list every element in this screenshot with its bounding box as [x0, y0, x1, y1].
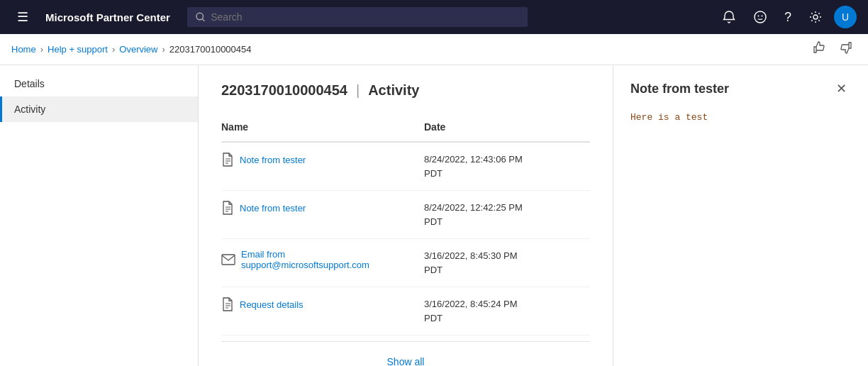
feedback-button[interactable] [747, 6, 773, 28]
side-panel-header: Note from tester ✕ [630, 79, 851, 98]
ticket-id: 2203170010000454 [221, 82, 347, 99]
activity-date: 3/16/2022, 8:45:30 PMPDT [424, 239, 590, 287]
search-box [187, 7, 528, 27]
settings-button[interactable] [803, 6, 828, 28]
breadcrumb-current: 2203170010000454 [169, 44, 252, 55]
thumbsdown-button[interactable] [835, 40, 857, 59]
file-icon [221, 152, 234, 167]
file-icon [221, 297, 234, 311]
svg-point-4 [761, 16, 762, 17]
top-navigation: ☰ Microsoft Partner Center ? [0, 0, 868, 34]
svg-point-0 [196, 13, 204, 20]
content-area: 2203170010000454 | Activity Name Date [199, 65, 868, 366]
show-all-link[interactable]: Show all [387, 356, 425, 366]
side-panel-content: Here is a test [630, 112, 851, 123]
breadcrumb-sep-3: › [162, 44, 165, 55]
show-all-container: Show all [221, 341, 590, 366]
page-title: 2203170010000454 | Activity [221, 82, 590, 99]
breadcrumb-home[interactable]: Home [11, 44, 36, 55]
svg-rect-12 [222, 255, 235, 265]
sidebar-item-label-details: Details [14, 78, 45, 89]
smiley-icon [753, 10, 767, 24]
sidebar-item-details[interactable]: Details [0, 71, 198, 96]
breadcrumb-actions [808, 40, 857, 59]
breadcrumb-overview[interactable]: Overview [119, 44, 157, 55]
bell-icon [722, 10, 736, 24]
breadcrumb-help[interactable]: Help + support [48, 44, 108, 55]
activity-table: Name Date Note from tester8/24/2022, 12:… [221, 116, 590, 336]
activity-date: 3/16/2022, 8:45:24 PMPDT [424, 287, 590, 336]
main-content: 2203170010000454 | Activity Name Date [199, 65, 613, 366]
thumbsup-icon [813, 41, 825, 54]
side-panel: Note from tester ✕ Here is a test [613, 65, 868, 366]
sidebar-item-label-activity: Activity [14, 104, 45, 115]
hamburger-menu-button[interactable]: ☰ [11, 5, 34, 29]
close-panel-button[interactable]: ✕ [832, 79, 851, 98]
side-panel-title: Note from tester [630, 82, 729, 96]
help-button[interactable]: ? [779, 6, 797, 29]
table-row: Request details3/16/2022, 8:45:24 PMPDT [221, 287, 590, 336]
close-icon: ✕ [836, 82, 847, 96]
activity-date: 8/24/2022, 12:42:25 PMPDT [424, 191, 590, 239]
question-icon: ? [784, 10, 791, 25]
file-icon [221, 201, 234, 215]
breadcrumb: Home › Help + support › Overview › 22031… [0, 34, 868, 65]
activity-link[interactable]: Note from tester [221, 152, 416, 167]
email-icon [221, 254, 235, 265]
breadcrumb-sep-1: › [40, 44, 43, 55]
nav-icons: ? U [716, 6, 857, 29]
avatar-button[interactable]: U [834, 6, 857, 28]
hamburger-icon: ☰ [17, 9, 28, 25]
brand-title: Microsoft Partner Center [45, 11, 170, 23]
table-row: Note from tester8/24/2022, 12:43:06 PMPD… [221, 142, 590, 191]
activity-link[interactable]: Note from tester [221, 201, 416, 215]
avatar-initials: U [842, 11, 849, 23]
thumbsdown-icon [840, 41, 852, 54]
sidebar: Details Activity [0, 65, 199, 366]
gear-icon [808, 10, 823, 24]
main-layout: Details Activity 2203170010000454 | Acti… [0, 65, 868, 366]
col-header-name: Name [221, 116, 424, 142]
svg-point-5 [813, 15, 818, 19]
breadcrumb-sep-2: › [112, 44, 115, 55]
activity-link[interactable]: Email from support@microsoftsupport.com [221, 249, 416, 270]
svg-point-3 [757, 16, 759, 17]
sidebar-item-activity[interactable]: Activity [0, 96, 198, 122]
thumbsup-button[interactable] [808, 40, 830, 59]
col-header-date: Date [424, 116, 590, 142]
table-row: Email from support@microsoftsupport.com3… [221, 239, 590, 287]
section-title: Activity [368, 82, 419, 99]
notifications-button[interactable] [716, 6, 742, 28]
activity-link[interactable]: Request details [221, 297, 416, 311]
search-input[interactable] [211, 11, 519, 23]
title-separator: | [356, 82, 360, 99]
table-row: Note from tester8/24/2022, 12:42:25 PMPD… [221, 191, 590, 239]
search-icon [196, 12, 205, 22]
svg-point-2 [755, 11, 766, 23]
svg-line-1 [202, 19, 204, 21]
activity-date: 8/24/2022, 12:43:06 PMPDT [424, 142, 590, 191]
